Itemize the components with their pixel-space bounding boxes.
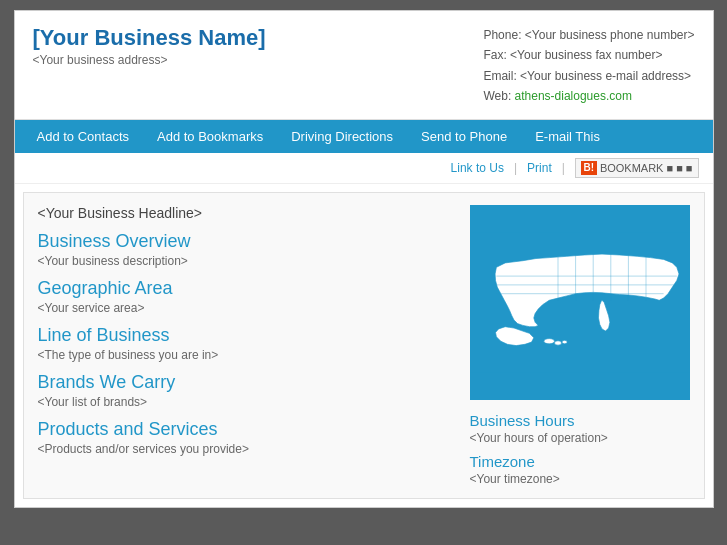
section-title-brands: Brands We Carry [38,372,454,393]
header-left: [Your Business Name] <Your business addr… [33,25,266,67]
nav-driving-directions[interactable]: Driving Directions [277,120,407,153]
section-title-lob: Line of Business [38,325,454,346]
us-map-svg [470,205,690,400]
timezone-title: Timezone [470,453,690,470]
section-title-overview: Business Overview [38,231,454,252]
section-desc-products: <Products and/or services you provide> [38,442,454,456]
nav-add-contacts[interactable]: Add to Contacts [23,120,144,153]
bookmark-icon: B! [581,161,597,175]
header: [Your Business Name] <Your business addr… [15,11,713,120]
nav-email-this[interactable]: E-mail This [521,120,614,153]
web-link[interactable]: athens-dialogues.com [515,89,632,103]
nav-add-bookmarks[interactable]: Add to Bookmarks [143,120,277,153]
section-desc-overview: <Your business description> [38,254,454,268]
page-wrapper: [Your Business Name] <Your business addr… [14,10,714,508]
bookmark-icons-extra: ■ ■ ■ [666,162,692,174]
content-left: <Your Business Headline> Business Overvi… [38,205,454,486]
section-title-geo: Geographic Area [38,278,454,299]
section-title-products: Products and Services [38,419,454,440]
email-info: Email: <Your business e-mail address> [483,66,694,86]
bookmark-label: BOOKMARK [600,162,664,174]
svg-rect-0 [470,232,690,373]
svg-point-5 [554,340,561,344]
us-map [470,205,690,400]
svg-point-4 [543,338,554,343]
web-label: Web: [483,89,514,103]
content-right: Business Hours <Your hours of operation>… [470,205,690,486]
main-content: <Your Business Headline> Business Overvi… [23,192,705,499]
print-link[interactable]: Print [527,161,552,175]
bookmark-box[interactable]: B! BOOKMARK ■ ■ ■ [575,158,699,178]
business-hours-desc: <Your hours of operation> [470,431,690,445]
header-right: Phone: <Your business phone number> Fax:… [483,25,694,107]
separator-1: | [514,161,517,175]
section-desc-brands: <Your list of brands> [38,395,454,409]
fax-info: Fax: <Your business fax number> [483,45,694,65]
section-desc-geo: <Your service area> [38,301,454,315]
business-hours-title: Business Hours [470,412,690,429]
utility-bar: Link to Us | Print | B! BOOKMARK ■ ■ ■ [15,153,713,184]
svg-point-6 [561,340,566,344]
separator-2: | [562,161,565,175]
business-address: <Your business address> [33,53,266,67]
timezone-desc: <Your timezone> [470,472,690,486]
section-desc-lob: <The type of business you are in> [38,348,454,362]
business-name: [Your Business Name] [33,25,266,51]
phone-info: Phone: <Your business phone number> [483,25,694,45]
nav-bar: Add to Contacts Add to Bookmarks Driving… [15,120,713,153]
business-headline: <Your Business Headline> [38,205,454,221]
nav-send-to-phone[interactable]: Send to Phone [407,120,521,153]
link-to-us[interactable]: Link to Us [451,161,504,175]
web-info: Web: athens-dialogues.com [483,86,694,106]
